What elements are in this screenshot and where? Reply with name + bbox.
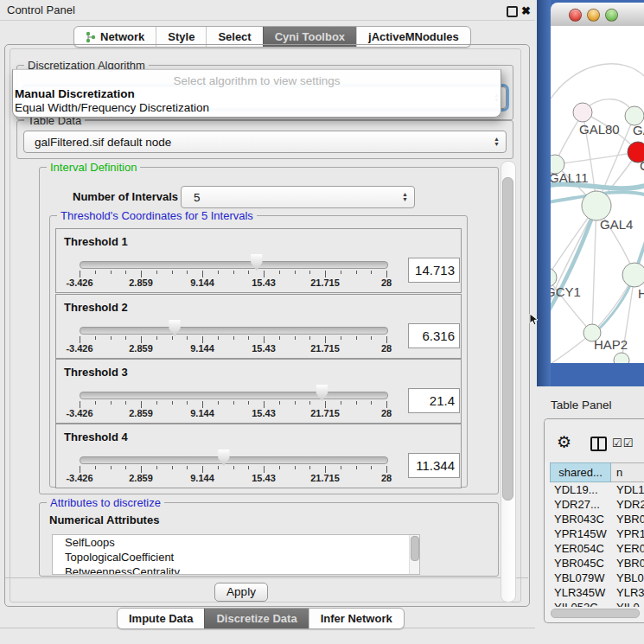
tick-mark	[218, 401, 219, 405]
tick-mark	[141, 401, 142, 408]
table-header-row: shared... n	[550, 462, 644, 482]
slider-scale-labels: -3.4262.8599.14415.4321.71528	[80, 277, 386, 289]
table-row[interactable]: YBR043CYBR0	[550, 512, 644, 526]
list-scrollbar[interactable]	[409, 535, 419, 574]
network-edge-thick[interactable]	[551, 206, 596, 322]
tick-mark	[80, 271, 80, 277]
cell-name: YLR3	[611, 585, 644, 600]
table-row[interactable]: YLR345WYLR3	[550, 585, 644, 600]
checkbox-icons[interactable]: ☑☑	[612, 437, 634, 450]
tick-mark	[264, 336, 265, 343]
tick-mark	[172, 271, 173, 274]
network-window-titlebar[interactable]	[551, 3, 644, 27]
tick-mark	[95, 336, 96, 340]
table-row[interactable]: YDL19...YDL1	[550, 482, 644, 497]
zoom-traffic-light-icon[interactable]	[605, 9, 618, 22]
network-node-gal80[interactable]	[573, 103, 592, 122]
main-scrollbar-thumb[interactable]	[502, 177, 513, 501]
network-edge[interactable]	[555, 152, 638, 164]
network-edge[interactable]	[592, 206, 596, 333]
threshold-value-field[interactable]	[408, 323, 460, 348]
cell-name: YBR0	[611, 556, 644, 571]
float-window-icon[interactable]	[507, 6, 518, 17]
table-row[interactable]: YER054CYER0	[550, 541, 644, 556]
apply-button[interactable]: Apply	[214, 583, 268, 602]
tab-label: Cyni Toolbox	[275, 30, 345, 43]
table-hscrollbar[interactable]	[548, 609, 641, 617]
table-row[interactable]: YBR045CYBR0	[550, 556, 644, 571]
combo-arrows-icon: ▲▼	[494, 137, 500, 147]
tick-mark	[218, 271, 219, 274]
number-of-intervals-combobox[interactable]: 5 ▲▼	[181, 186, 415, 208]
gear-icon[interactable]: ⚙	[557, 434, 571, 450]
minimize-traffic-light-icon[interactable]	[587, 9, 600, 22]
dropdown-prompt: Select algorithm to view settings	[13, 74, 501, 87]
tab-label: jActiveMNodules	[368, 30, 459, 43]
table-row[interactable]: YIL052CYIL0	[550, 600, 644, 607]
table-data-combobox[interactable]: galFiltered.sif default node ▲▼	[23, 131, 507, 153]
threshold-slider-track[interactable]	[80, 456, 388, 464]
column-header-name[interactable]: n	[611, 462, 644, 482]
table-hscrollbar-thumb[interactable]	[551, 609, 640, 618]
tick-mark	[156, 271, 157, 274]
attribute-item-selfloops[interactable]: SelfLoops	[53, 535, 419, 550]
threshold-slider-track[interactable]	[80, 327, 388, 335]
tick-mark	[386, 401, 387, 408]
threshold-slider-track[interactable]	[80, 392, 388, 399]
network-edge[interactable]	[551, 360, 622, 363]
node-label-c: C	[640, 158, 644, 173]
tab-label: Style	[168, 30, 194, 43]
scale-label: 2.859	[129, 277, 153, 288]
network-canvas[interactable]: GAL80GACGAL11GAL4GCY1HHAP2	[551, 26, 644, 363]
network-edge[interactable]	[551, 64, 644, 105]
thresholds-group: Threshold's Coordinates for 5 Intervals …	[49, 215, 468, 488]
table-row[interactable]: YDR27...YDR2	[550, 497, 644, 512]
threshold-slider-track[interactable]	[80, 261, 388, 269]
table-row[interactable]: YBL079WYBL0	[550, 571, 644, 585]
tick-mark	[156, 466, 157, 469]
tick-mark	[80, 466, 80, 473]
network-node[interactable]	[614, 353, 629, 363]
network-node-gal4[interactable]	[582, 191, 611, 220]
column-header-shared-name[interactable]: shared...	[550, 462, 611, 482]
tick-mark	[295, 336, 296, 340]
tick-mark	[309, 466, 310, 469]
tick-mark	[125, 271, 126, 274]
threshold-value-field[interactable]	[408, 258, 460, 283]
threshold-value-field[interactable]	[408, 388, 460, 413]
numerical-attributes-list[interactable]: SelfLoopsTopologicalCoefficientBetweenne…	[52, 534, 420, 575]
list-scrollbar-thumb[interactable]	[411, 536, 419, 561]
threshold-value-field[interactable]	[408, 453, 460, 478]
menu-item-equal-width-frequency-discretization[interactable]: Equal Width/Frequency Discretization	[15, 101, 209, 114]
scale-label: 28	[381, 408, 392, 418]
cell-shared-name: YBR045C	[550, 556, 611, 571]
tick-mark	[125, 336, 126, 340]
node-label-ga: GA	[633, 123, 644, 137]
main-scrollbar[interactable]	[501, 161, 516, 603]
close-traffic-light-icon[interactable]	[569, 9, 582, 22]
tick-mark	[356, 271, 357, 274]
threshold-panel-2: Threshold 2-3.4262.8599.14415.4321.71528	[55, 294, 462, 359]
tick-mark	[356, 336, 357, 340]
scale-label: 21.715	[310, 473, 340, 483]
table-row[interactable]: YPR145WYPR1	[550, 526, 644, 541]
tab-label: Network	[100, 30, 144, 43]
split-column-icon[interactable]	[590, 437, 607, 451]
tab-label: Impute Data	[129, 612, 193, 625]
cell-shared-name: YBL079W	[550, 571, 611, 585]
mouse-cursor	[529, 313, 539, 326]
tick-mark	[356, 466, 357, 469]
menu-item-manual-discretization[interactable]: Manual Discretization	[15, 87, 135, 100]
tab-discretize-data[interactable]: Discretize Data	[204, 609, 308, 628]
network-node-h[interactable]	[622, 263, 644, 287]
tab-infer-network[interactable]: Infer Network	[309, 609, 404, 628]
close-icon[interactable]: ✖	[521, 6, 532, 16]
tick-mark	[187, 271, 188, 274]
scale-label: 21.715	[310, 343, 340, 354]
attribute-item-topologicalcoefficient[interactable]: TopologicalCoefficient	[53, 550, 419, 564]
attributes-group: Attributes to discretize Numerical Attri…	[39, 502, 499, 577]
tick-mark	[371, 271, 372, 274]
tab-impute-data[interactable]: Impute Data	[118, 609, 204, 628]
scale-label: 21.715	[310, 277, 340, 288]
attribute-item-betweennesscentrality[interactable]: BetweennessCentrality	[53, 564, 419, 575]
